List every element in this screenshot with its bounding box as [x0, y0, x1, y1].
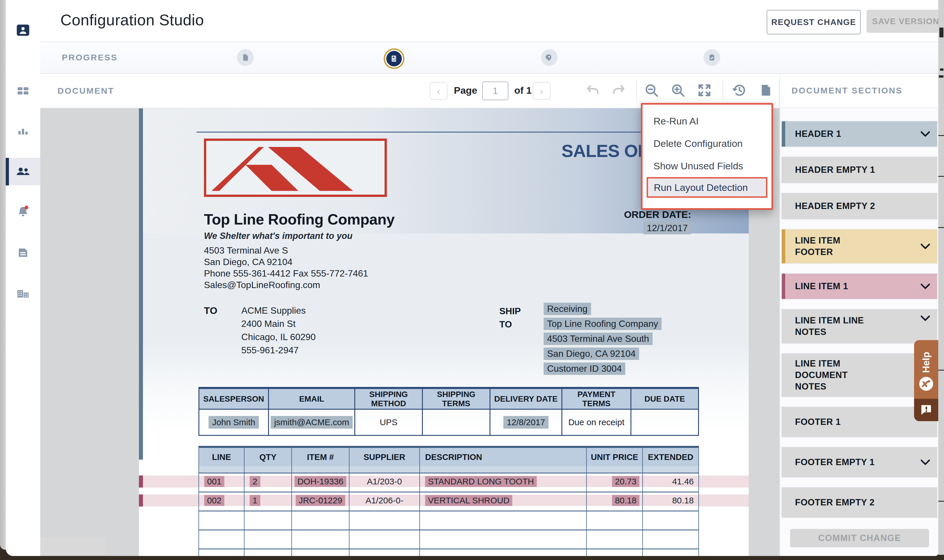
section-line-item-1[interactable]: LINE ITEM 1 — [782, 274, 937, 299]
account-badge-icon[interactable] — [6, 22, 40, 38]
step-business-logic-icon[interactable] — [541, 49, 558, 66]
page-title: Configuration Studio — [60, 11, 204, 29]
bar-chart-icon[interactable] — [6, 123, 40, 139]
table-cell: 001 — [199, 474, 245, 492]
step-validation-icon[interactable] — [704, 49, 720, 66]
chevron-down-icon[interactable] — [921, 459, 930, 465]
table-cell: 80.18 — [643, 492, 699, 511]
section-color-bar — [782, 229, 785, 263]
table-cell: A1/206-0- — [350, 492, 420, 511]
toolbar-divider — [636, 80, 637, 100]
order-date-label: ORDER DATE: — [570, 209, 691, 220]
table-cell — [423, 410, 490, 436]
section-header-empty-2[interactable]: HEADER EMPTY 2 — [782, 193, 937, 219]
chevron-down-icon[interactable] — [921, 315, 930, 322]
commit-change-button[interactable]: COMMIT CHANGE — [790, 529, 929, 547]
line-item-edge-marker — [139, 475, 143, 488]
save-version-button[interactable]: SAVE VERSION — [867, 10, 938, 33]
page-icon[interactable] — [756, 81, 775, 100]
column-header: DELIVERY DATE — [490, 389, 562, 410]
document-icon[interactable] — [6, 245, 40, 261]
column-header: SHIPPING METHOD — [355, 389, 423, 410]
line-item-row-band — [143, 475, 199, 488]
horizontal-scrollbar-thumb[interactable] — [40, 537, 106, 555]
chevron-down-icon[interactable] — [921, 131, 930, 137]
page-next-button[interactable]: › — [533, 82, 551, 100]
company-name: Top Line Roofing Company — [204, 211, 395, 228]
request-change-button[interactable]: REQUEST CHANGE — [767, 10, 861, 34]
history-icon[interactable] — [730, 81, 749, 100]
column-header: SALESPERSON — [199, 389, 269, 410]
step-documents-icon[interactable] — [237, 49, 254, 66]
bell-notification-icon[interactable] — [6, 204, 40, 220]
feedback-tab[interactable] — [914, 399, 938, 421]
column-header: PAYMENT TERMS — [562, 389, 631, 410]
column-header: UNIT PRICE — [587, 448, 643, 466]
column-header: QTY — [245, 448, 292, 466]
dashboard-grid-icon[interactable] — [6, 83, 40, 99]
sections-title: DOCUMENT SECTIONS — [792, 86, 902, 95]
menu-item-rerun-ai[interactable]: Re-Run AI — [642, 110, 772, 132]
help-tab[interactable]: Help — [914, 340, 938, 399]
page-prev-button[interactable]: ‹ — [430, 82, 448, 100]
gear-dropdown-menu: Re-Run AI Delete Configuration Show Unus… — [641, 103, 773, 210]
column-header: EMAIL — [269, 389, 355, 410]
table-cell: Due on receipt — [562, 410, 631, 436]
table-cell — [199, 549, 245, 556]
page-number-input[interactable] — [482, 82, 508, 100]
background-window-strip — [938, 0, 944, 555]
ship-to-label: SHIP TO — [499, 305, 521, 331]
zoom-in-icon[interactable] — [668, 81, 687, 100]
order-date-value: 12/1/2017 — [570, 223, 691, 234]
progress-bar: PROGRESS Documents Configuration Busines… — [40, 42, 938, 74]
table-cell: 80.18 — [587, 492, 643, 511]
section-footer-empty-2[interactable]: FOOTER EMPTY 2 — [782, 488, 937, 517]
resource-center-icon — [918, 375, 935, 392]
ship-to-block: Receiving Top Line Roofing Company 4503 … — [544, 303, 662, 377]
step-configuration-icon[interactable] — [385, 50, 403, 68]
section-line-item-footer[interactable]: LINE ITEM FOOTER — [782, 229, 937, 263]
menu-item-run-layout-detection[interactable]: Run Layout Detection — [647, 177, 767, 198]
progress-label: PROGRESS — [62, 52, 118, 62]
table-cell: 20.73 — [587, 474, 643, 492]
table-cell: 1 — [245, 492, 292, 511]
line-item-row-band — [699, 475, 749, 488]
page-count-label: of 1 — [514, 85, 531, 96]
left-nav-rail — [6, 0, 40, 556]
company-tagline: We Shelter what's important to you — [204, 231, 353, 241]
menu-item-delete-configuration[interactable]: Delete Configuration — [642, 132, 772, 155]
section-color-bar — [782, 121, 785, 147]
building-icon[interactable] — [6, 286, 40, 302]
section-line-item-document-notes[interactable]: LINE ITEM DOCUMENT NOTES — [782, 354, 937, 397]
fullscreen-icon[interactable] — [695, 81, 714, 100]
chevron-down-icon[interactable] — [921, 283, 930, 289]
table-cell: 2 — [245, 474, 292, 492]
bill-to-block: ACME Supplies 2400 Main St Chicago, IL 6… — [241, 304, 316, 357]
app-window: Configuration Studio REQUEST CHANGE SAVE… — [6, 0, 938, 556]
table-cell — [631, 410, 699, 436]
section-header-1[interactable]: HEADER 1 — [782, 121, 937, 147]
help-dock: Help — [914, 340, 938, 421]
page-label: Page — [454, 85, 477, 96]
toolbar-divider — [722, 80, 723, 100]
people-icon[interactable] — [6, 163, 40, 180]
section-footer-empty-1[interactable]: FOOTER EMPTY 1 — [782, 447, 937, 477]
section-footer-1[interactable]: FOOTER 1 — [782, 407, 937, 437]
help-label: Help — [921, 352, 932, 373]
table-cell: DOH-19336 — [292, 474, 350, 492]
column-header: SUPPLIER — [350, 448, 420, 466]
to-label: TO — [204, 305, 217, 316]
chevron-down-icon[interactable] — [921, 243, 930, 249]
table-cell — [199, 511, 245, 531]
section-header-empty-1[interactable]: HEADER EMPTY 1 — [782, 157, 937, 183]
undo-icon[interactable] — [583, 81, 602, 100]
section-color-bar — [782, 274, 785, 299]
menu-item-show-unused-fields[interactable]: Show Unused Fields — [642, 155, 772, 177]
section-line-item-line-notes[interactable]: LINE ITEM LINE NOTES — [782, 309, 937, 343]
background-window-left-edge — [0, 0, 6, 550]
document-sections-panel: DOCUMENT SECTIONS HEADER 1 HEADER EMPTY … — [779, 74, 938, 556]
screen: Configuration Studio REQUEST CHANGE SAVE… — [0, 0, 944, 560]
zoom-out-icon[interactable] — [642, 81, 661, 100]
redo-icon[interactable] — [609, 81, 628, 100]
table-cell: STANDARD LONG TOOTH — [420, 474, 587, 492]
